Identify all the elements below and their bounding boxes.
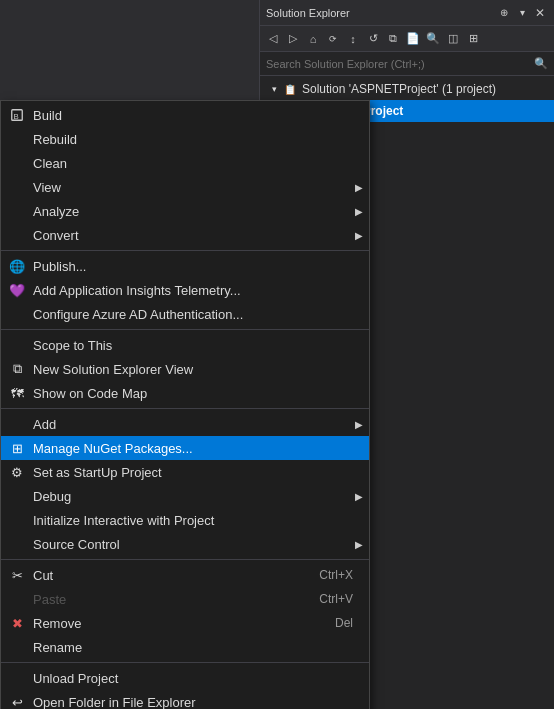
convert-label: Convert <box>33 228 79 243</box>
analyze-label: Analyze <box>33 204 79 219</box>
menu-item-build[interactable]: BBuild <box>1 103 369 127</box>
tree-item-solution[interactable]: ▾ 📋 Solution 'ASPNETProject' (1 project) <box>260 78 554 100</box>
show_code_map-icon: 🗺 <box>7 383 27 403</box>
rename-label: Rename <box>33 640 82 655</box>
show_code_map-label: Show on Code Map <box>33 386 147 401</box>
cut-shortcut: Ctrl+X <box>319 568 353 582</box>
unload_project-label: Unload Project <box>33 671 118 686</box>
sync-icon[interactable]: ⟳ <box>324 30 342 48</box>
menu-separator-sep3 <box>1 408 369 409</box>
menu-item-add_telemetry[interactable]: 💜Add Application Insights Telemetry... <box>1 278 369 302</box>
menu-item-rename[interactable]: Rename <box>1 635 369 659</box>
menu-item-clean[interactable]: Clean <box>1 151 369 175</box>
solution-explorer-titlebar: Solution Explorer ⊕ ▾ ✕ <box>260 0 554 26</box>
add-label: Add <box>33 417 56 432</box>
expand-icon: ▾ <box>268 83 280 95</box>
rebuild-label: Rebuild <box>33 132 77 147</box>
set_startup-icon: ⚙ <box>7 462 27 482</box>
forward-icon[interactable]: ▷ <box>284 30 302 48</box>
menu-item-analyze[interactable]: Analyze▶ <box>1 199 369 223</box>
paste-label: Paste <box>33 592 66 607</box>
cut-icon: ✂ <box>7 565 27 585</box>
search-icon: 🔍 <box>534 57 548 70</box>
home-icon[interactable]: ⌂ <box>304 30 322 48</box>
cut-label: Cut <box>33 568 53 583</box>
grid-icon[interactable]: ⊞ <box>464 30 482 48</box>
menu-item-set_startup[interactable]: ⚙Set as StartUp Project <box>1 460 369 484</box>
menu-item-publish[interactable]: 🌐Publish... <box>1 254 369 278</box>
dropdown-icon[interactable]: ▾ <box>514 5 530 21</box>
solution-explorer-toolbar: ◁ ▷ ⌂ ⟳ ↕ ↺ ⧉ 📄 🔍 ◫ ⊞ <box>260 26 554 52</box>
paste-shortcut: Ctrl+V <box>319 592 353 606</box>
clean-label: Clean <box>33 156 67 171</box>
menu-item-configure_azure[interactable]: Configure Azure AD Authentication... <box>1 302 369 326</box>
back-icon[interactable]: ◁ <box>264 30 282 48</box>
menu-separator-sep1 <box>1 250 369 251</box>
menu-item-debug[interactable]: Debug▶ <box>1 484 369 508</box>
menu-item-view[interactable]: View▶ <box>1 175 369 199</box>
source_control-submenu-arrow: ▶ <box>355 539 363 550</box>
context-menu: BBuildRebuildCleanView▶Analyze▶Convert▶🌐… <box>0 100 370 709</box>
menu-separator-sep2 <box>1 329 369 330</box>
debug-label: Debug <box>33 489 71 504</box>
new_solution_view-icon: ⧉ <box>7 359 27 379</box>
newfile-icon[interactable]: 📄 <box>404 30 422 48</box>
build-label: Build <box>33 108 62 123</box>
menu-item-initialize_interactive[interactable]: Initialize Interactive with Project <box>1 508 369 532</box>
publish-icon: 🌐 <box>7 256 27 276</box>
add-submenu-arrow: ▶ <box>355 419 363 430</box>
collapse-icon[interactable]: ↕ <box>344 30 362 48</box>
solution-explorer-title: Solution Explorer <box>266 7 496 19</box>
open_folder-icon: ↩ <box>7 692 27 709</box>
debug-submenu-arrow: ▶ <box>355 491 363 502</box>
menu-item-open_folder[interactable]: ↩Open Folder in File Explorer <box>1 690 369 709</box>
close-icon[interactable]: ✕ <box>532 5 548 21</box>
menu-item-source_control[interactable]: Source Control▶ <box>1 532 369 556</box>
menu-item-manage_nuget[interactable]: ⊞Manage NuGet Packages... <box>1 436 369 460</box>
analyze-submenu-arrow: ▶ <box>355 206 363 217</box>
filter-icon[interactable]: 🔍 <box>424 30 442 48</box>
add_telemetry-label: Add Application Insights Telemetry... <box>33 283 241 298</box>
convert-submenu-arrow: ▶ <box>355 230 363 241</box>
remove-shortcut: Del <box>335 616 353 630</box>
copy-icon[interactable]: ⧉ <box>384 30 402 48</box>
publish-label: Publish... <box>33 259 86 274</box>
search-input[interactable] <box>266 58 534 70</box>
menu-item-show_code_map[interactable]: 🗺Show on Code Map <box>1 381 369 405</box>
set_startup-label: Set as StartUp Project <box>33 465 162 480</box>
svg-text:B: B <box>14 112 19 121</box>
remove-icon: ✖ <box>7 613 27 633</box>
menu-item-scope_to_this[interactable]: Scope to This <box>1 333 369 357</box>
menu-item-unload_project[interactable]: Unload Project <box>1 666 369 690</box>
pin-icon[interactable]: ⊕ <box>496 5 512 21</box>
initialize_interactive-label: Initialize Interactive with Project <box>33 513 214 528</box>
split-icon[interactable]: ◫ <box>444 30 462 48</box>
solution-label: Solution 'ASPNETProject' (1 project) <box>302 82 496 96</box>
solution-icon: 📋 <box>282 81 298 97</box>
menu-separator-sep4 <box>1 559 369 560</box>
menu-item-add[interactable]: Add▶ <box>1 412 369 436</box>
manage_nuget-icon: ⊞ <box>7 438 27 458</box>
menu-item-paste: PasteCtrl+V <box>1 587 369 611</box>
configure_azure-label: Configure Azure AD Authentication... <box>33 307 243 322</box>
view-submenu-arrow: ▶ <box>355 182 363 193</box>
menu-item-rebuild[interactable]: Rebuild <box>1 127 369 151</box>
manage_nuget-label: Manage NuGet Packages... <box>33 441 193 456</box>
menu-item-cut[interactable]: ✂CutCtrl+X <box>1 563 369 587</box>
open_folder-label: Open Folder in File Explorer <box>33 695 196 710</box>
scope_to_this-label: Scope to This <box>33 338 112 353</box>
build-icon: B <box>7 105 27 125</box>
add_telemetry-icon: 💜 <box>7 280 27 300</box>
view-label: View <box>33 180 61 195</box>
remove-label: Remove <box>33 616 81 631</box>
new_solution_view-label: New Solution Explorer View <box>33 362 193 377</box>
title-icons: ⊕ ▾ ✕ <box>496 5 548 21</box>
refresh-icon[interactable]: ↺ <box>364 30 382 48</box>
solution-explorer-search[interactable]: 🔍 <box>260 52 554 76</box>
menu-item-new_solution_view[interactable]: ⧉New Solution Explorer View <box>1 357 369 381</box>
menu-item-convert[interactable]: Convert▶ <box>1 223 369 247</box>
menu-item-remove[interactable]: ✖RemoveDel <box>1 611 369 635</box>
menu-separator-sep5 <box>1 662 369 663</box>
source_control-label: Source Control <box>33 537 120 552</box>
